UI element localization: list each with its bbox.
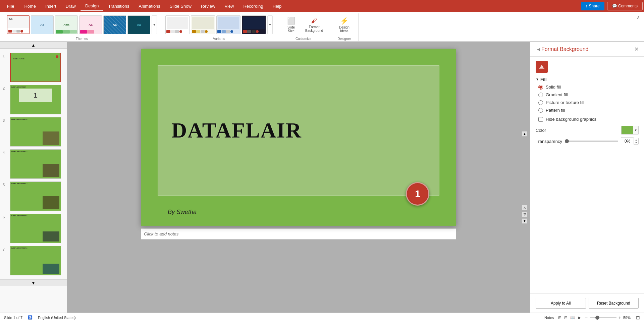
status-bar: Slide 1 of 7 ♿ English (United States) N…: [0, 313, 644, 322]
slide-byline[interactable]: By Swetha: [168, 209, 197, 216]
hide-bg-graphics-option[interactable]: Hide background graphics: [538, 117, 639, 122]
slide-thumb-4[interactable]: 4 DATAFLAIR CONTENT -2: [0, 148, 67, 180]
accessibility-icon[interactable]: ♿: [28, 315, 33, 320]
slide-preview-4: DATAFLAIR CONTENT -2: [10, 149, 61, 179]
slide-thumb-1[interactable]: 1 DATAFLAIR: [0, 51, 67, 84]
menu-review[interactable]: Review: [196, 2, 220, 11]
canvas-scroll-mid2[interactable]: ▽: [522, 212, 527, 217]
zoom-controls: − + 59% ⊡: [585, 315, 640, 320]
menu-design[interactable]: Design: [80, 1, 103, 11]
slide-title[interactable]: DATAFLAIR: [171, 119, 302, 142]
gradient-fill-label[interactable]: Gradient fill: [546, 92, 568, 97]
variant-1[interactable]: [165, 15, 190, 34]
hide-bg-label[interactable]: Hide background graphics: [546, 117, 596, 122]
zoom-slider[interactable]: [590, 317, 616, 318]
transparency-spin-up[interactable]: ▲: [634, 138, 638, 141]
gradient-fill-radio[interactable]: [538, 93, 543, 97]
slide-size-button[interactable]: ⬜ SlideSize: [281, 15, 301, 34]
solid-fill-radio[interactable]: [538, 85, 543, 90]
panel-collapse-arrow[interactable]: ◀: [537, 47, 540, 52]
slide-thumb-7[interactable]: 7 DATAFLAIR CONTENT -6: [0, 245, 67, 277]
reading-view-button[interactable]: 📖: [570, 315, 575, 320]
file-menu[interactable]: File: [1, 2, 19, 11]
pattern-fill-label[interactable]: Pattern fill: [546, 108, 565, 113]
theme-blue-dots[interactable]: Aa: [31, 15, 54, 34]
designer-items: ⚡ DesignIdeas: [334, 13, 354, 36]
share-button[interactable]: ↑ Share: [581, 2, 604, 10]
pattern-fill-radio[interactable]: [538, 108, 543, 113]
canvas-scroll-up[interactable]: ▲: [522, 131, 527, 137]
variants-scroll-down[interactable]: ▼: [267, 15, 273, 34]
zoom-out-button[interactable]: −: [585, 315, 588, 320]
transparency-input[interactable]: [621, 137, 634, 145]
fit-slide-button[interactable]: ⊡: [636, 315, 640, 320]
panel-footer: Apply to All Reset Background: [530, 293, 644, 313]
zoom-in-button[interactable]: +: [619, 315, 621, 320]
fill-section-header[interactable]: ▼ Fill: [536, 77, 639, 82]
themes-scroll-down[interactable]: ▼: [152, 15, 157, 34]
menu-view[interactable]: View: [220, 2, 239, 11]
slideshow-button[interactable]: ▶: [578, 315, 581, 320]
pattern-fill-option[interactable]: Pattern fill: [538, 108, 639, 113]
menu-help[interactable]: Help: [268, 2, 286, 11]
fill-icon: [536, 61, 548, 73]
slide-canvas-area: ▲ △ ▽ ▼ DATAFLAIR By Swetha 1 Click to a…: [67, 42, 530, 313]
theme-pink[interactable]: Aa: [79, 15, 102, 34]
menu-transitions[interactable]: Transitions: [103, 2, 134, 11]
menu-slideshow[interactable]: Slide Show: [165, 2, 196, 11]
menu-animations[interactable]: Animations: [134, 2, 165, 11]
gradient-fill-option[interactable]: Gradient fill: [538, 92, 639, 97]
menu-draw[interactable]: Draw: [61, 2, 80, 11]
slide-thumb-2[interactable]: 2 DATAFLAIR CONTENT 1: [0, 84, 67, 116]
slides-list: 1 DATAFLAIR 2 DATAFLAIR CONTENT 1: [0, 49, 67, 279]
normal-view-button[interactable]: ⊞: [558, 315, 561, 320]
add-notes-area[interactable]: Click to add notes: [141, 228, 456, 239]
variant-3[interactable]: [216, 15, 240, 34]
design-ideas-button[interactable]: ⚡ DesignIdeas: [334, 15, 354, 34]
picture-fill-option[interactable]: Picture or texture fill: [538, 100, 639, 105]
ribbon-collapse[interactable]: ∧: [635, 13, 641, 41]
slide-canvas[interactable]: DATAFLAIR By Swetha 1: [141, 49, 456, 226]
slide-num-3: 3: [3, 117, 8, 122]
solid-fill-option[interactable]: Solid fill: [538, 85, 639, 90]
slide-thumb-6[interactable]: 6 DATAFLAIR CONTENT -5: [0, 212, 67, 245]
canvas-scroll-mid1[interactable]: △: [522, 205, 527, 210]
slide-preview-6: DATAFLAIR CONTENT -5: [10, 214, 61, 243]
color-picker-button[interactable]: [621, 126, 633, 135]
hide-bg-checkbox[interactable]: [538, 117, 543, 122]
share-label: Share: [589, 4, 600, 8]
color-row: Color ▼: [536, 126, 639, 135]
apply-to-all-button[interactable]: Apply to All: [536, 298, 586, 309]
picture-fill-label[interactable]: Picture or texture fill: [546, 100, 584, 105]
format-background-button[interactable]: 🖌 FormatBackground: [303, 15, 326, 34]
slides-scroll-up[interactable]: ▲: [0, 42, 67, 49]
slide-thumb-3[interactable]: 3 DATAFLAIR CONTENT -4: [0, 116, 67, 148]
solid-fill-label[interactable]: Solid fill: [546, 85, 561, 90]
theme-default[interactable]: Aa: [7, 15, 30, 34]
transparency-spin-down[interactable]: ▼: [634, 141, 638, 144]
notes-button[interactable]: Notes: [544, 316, 554, 320]
color-dropdown-button[interactable]: ▼: [633, 126, 639, 135]
variant-4[interactable]: [242, 15, 266, 34]
picture-fill-radio[interactable]: [538, 100, 543, 105]
reset-background-button[interactable]: Reset Background: [589, 298, 639, 309]
theme-dark-teal[interactable]: Aa: [127, 15, 150, 34]
slide-sorter-button[interactable]: ⊟: [564, 315, 568, 320]
menu-insert[interactable]: Insert: [41, 2, 61, 11]
fill-section-label: Fill: [540, 77, 547, 82]
theme-green[interactable]: Aata: [55, 15, 78, 34]
canvas-scroll-controls: ▲ △ ▽ ▼: [522, 131, 527, 224]
customize-label: Customize: [281, 36, 326, 41]
transparency-slider[interactable]: [565, 141, 618, 142]
slide-thumb-5[interactable]: 5 DATAFLAIR CONTENT -3: [0, 180, 67, 212]
design-ideas-label: DesignIdeas: [339, 25, 350, 33]
menu-recording[interactable]: Recording: [238, 2, 268, 11]
menu-home[interactable]: Home: [19, 2, 41, 11]
comments-button[interactable]: 💬 Comments: [607, 2, 643, 10]
theme-pattern-blue[interactable]: Aa: [103, 15, 126, 34]
panel-close-button[interactable]: ✕: [634, 46, 639, 52]
variant-2[interactable]: [191, 15, 215, 34]
slides-scroll-down[interactable]: ▼: [0, 279, 67, 286]
canvas-scroll-down[interactable]: ▼: [522, 218, 527, 224]
panel-title-row: ◀ Format Background: [536, 46, 589, 52]
